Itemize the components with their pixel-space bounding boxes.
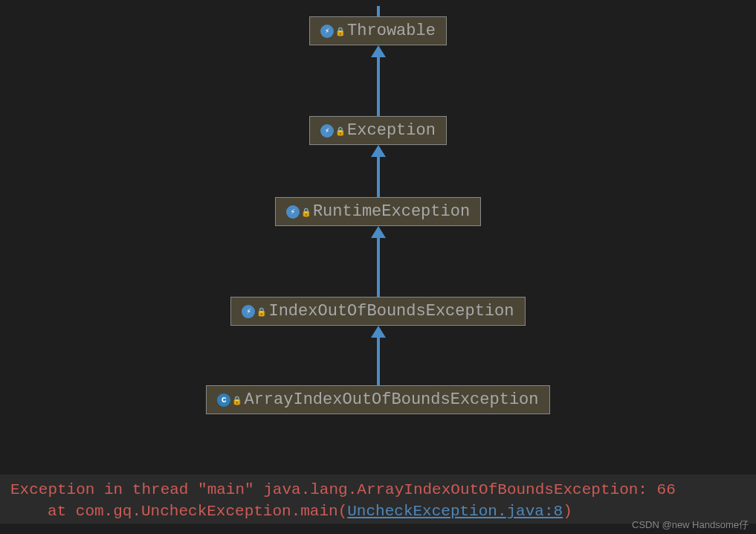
lightning-icon: ⚡ bbox=[291, 207, 296, 216]
class-box-arrayindexoutofbounds[interactable]: c 🔒 ArrayIndexOutOfBoundsException bbox=[206, 385, 549, 414]
class-icon: c 🔒 bbox=[217, 393, 239, 407]
class-icon: ⚡ 🔒 bbox=[320, 25, 343, 38]
class-box-indexoutofbounds[interactable]: ⚡ 🔒 IndexOutOfBoundsException bbox=[230, 297, 525, 326]
lightning-icon: ⚡ bbox=[325, 26, 330, 36]
class-name: RuntimeException bbox=[313, 202, 470, 221]
class-hierarchy-diagram: ⚡ 🔒 Throwable ⚡ 🔒 Exception ⚡ 🔒 RuntimeE… bbox=[155, 0, 601, 475]
class-icon: ⚡ 🔒 bbox=[320, 124, 343, 138]
class-icon: ⚡ 🔒 bbox=[286, 205, 308, 219]
lock-icon: 🔒 bbox=[301, 208, 308, 216]
class-icon: ⚡ 🔒 bbox=[242, 305, 264, 318]
class-box-throwable[interactable]: ⚡ 🔒 Throwable bbox=[309, 16, 447, 45]
lock-icon: 🔒 bbox=[232, 396, 239, 405]
inheritance-arrow bbox=[371, 226, 386, 297]
lock-icon: 🔒 bbox=[256, 307, 264, 316]
lightning-icon: ⚡ bbox=[325, 126, 330, 135]
class-box-exception[interactable]: ⚡ 🔒 Exception bbox=[309, 116, 447, 145]
watermark: CSDN @new Handsome仔 bbox=[632, 518, 749, 532]
exception-message: Exception in thread "main" java.lang.Arr… bbox=[10, 479, 746, 501]
class-name: IndexOutOfBoundsException bbox=[268, 302, 514, 321]
inheritance-arrow bbox=[371, 326, 386, 385]
class-name: ArrayIndexOutOfBoundsException bbox=[244, 390, 538, 409]
class-name: Throwable bbox=[347, 22, 436, 40]
lightning-icon: ⚡ bbox=[246, 306, 251, 316]
stacktrace-suffix: ) bbox=[563, 503, 572, 520]
class-box-runtimeexception[interactable]: ⚡ 🔒 RuntimeException bbox=[275, 197, 481, 226]
console-output: Exception in thread "main" java.lang.Arr… bbox=[0, 475, 756, 524]
inheritance-arrow bbox=[371, 45, 386, 116]
inheritance-stub bbox=[377, 6, 380, 16]
lock-icon: 🔒 bbox=[335, 126, 343, 135]
class-letter-icon: c bbox=[222, 395, 227, 405]
stacktrace-prefix: at com.gq.UncheckException.main( bbox=[48, 503, 347, 520]
inheritance-arrow bbox=[371, 145, 386, 197]
class-name: Exception bbox=[347, 121, 436, 140]
stacktrace-link[interactable]: UncheckException.java:8 bbox=[347, 503, 563, 520]
lock-icon: 🔒 bbox=[335, 27, 343, 36]
